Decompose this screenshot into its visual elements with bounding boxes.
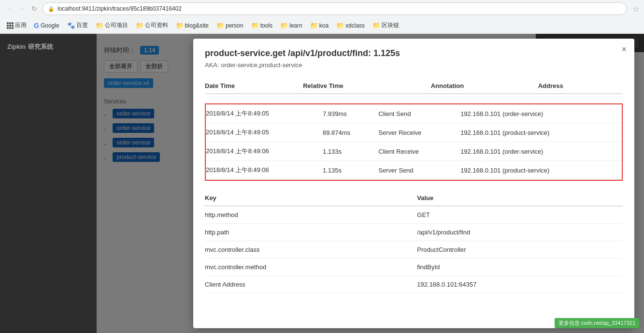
google-label: Google: [41, 22, 59, 29]
logo-text: Zipkin: [7, 43, 26, 50]
annotation-type: Client Receive: [378, 142, 460, 161]
annotation-datetime: 2018/8/14 上午8:49:06: [206, 161, 323, 180]
highlighted-annotation-section: 2018/8/14 上午8:49:05 7.939ms Client Send …: [205, 103, 623, 181]
bookmark-learn[interactable]: 📁 learn: [278, 21, 305, 30]
back-button[interactable]: ←: [5, 4, 14, 13]
annotation-datetime: 2018/8/14 上午8:49:05: [206, 123, 323, 142]
bookmark-koa[interactable]: 📁 koa: [308, 21, 331, 30]
folder-icon: 📁: [136, 22, 143, 29]
bookmark-label: 区块链: [382, 21, 399, 29]
address-bar[interactable]: 🔒 localhost:9411/zipkin/traces/95c189b03…: [43, 2, 627, 15]
annotation-address: 192.168.0.101 (product-service): [460, 161, 622, 180]
tag-row: http.path /api/v1/product/find: [205, 224, 623, 241]
sidebar: Zipkin 研究系统: [0, 34, 97, 333]
annotation-row: 2018/8/14 上午8:49:06 1.135s Server Send 1…: [206, 161, 622, 180]
tag-key: http.method: [205, 206, 417, 224]
tag-row: mvc.controller.method findById: [205, 259, 623, 276]
annotation-relative: 7.939ms: [323, 104, 378, 123]
bookmark-tools[interactable]: 📁 tools: [249, 21, 275, 30]
watermark-url: csdn.net/qq_33417321: [581, 320, 635, 326]
tag-key: Client Address: [205, 276, 417, 293]
tag-key: http.path: [205, 224, 417, 241]
bookmark-label: tools: [260, 22, 272, 29]
refresh-button[interactable]: ↻: [30, 4, 39, 13]
app-logo: Zipkin 研究系统: [7, 41, 89, 51]
tag-row: mvc.controller.class ProductController: [205, 241, 623, 259]
main-content: 持续时间： 1.14 全部展开 全部折 order-service x4 Ser…: [97, 34, 644, 333]
bookmark-blog[interactable]: 📁 blog&site: [173, 21, 211, 30]
folder-icon: 📁: [280, 22, 288, 29]
bookmark-label: koa: [319, 22, 329, 29]
annotation-address: 192.168.0.101 (order-service): [460, 142, 622, 161]
bookmarks-bar: 应用 G Google 🐾 百度 📁 公司项目 📁 公司资料 📁 blog&si…: [0, 17, 644, 34]
annotation-datetime: 2018/8/14 上午8:49:05: [206, 104, 323, 123]
tag-value: GET: [417, 206, 623, 224]
folder-icon: 🐾: [67, 22, 75, 29]
annotation-type: Server Receive: [378, 123, 460, 142]
bookmark-label: 公司资料: [145, 21, 168, 29]
tag-row: http.method GET: [205, 206, 623, 224]
bookmark-star-icon[interactable]: ☆: [632, 4, 639, 14]
col-header-value: Value: [417, 190, 623, 206]
url-text: localhost:9411/zipkin/traces/95c189b0374…: [57, 5, 182, 12]
apps-grid-icon: [7, 22, 14, 29]
baidu-label: 百度: [76, 21, 88, 29]
col-header-relative: Relative Time: [303, 78, 430, 94]
annotation-type: Client Send: [378, 104, 460, 123]
folder-icon: 📁: [176, 22, 184, 29]
annotation-relative: 89.874ms: [323, 123, 378, 142]
annotation-relative: 1.133s: [323, 142, 378, 161]
annotation-row: 2018/8/14 上午8:49:05 89.874ms Server Rece…: [206, 123, 622, 142]
tag-key: mvc.controller.class: [205, 241, 417, 259]
modal-dialog: × product-service.get /api/v1/product/fi…: [193, 39, 634, 328]
bookmark-company-data[interactable]: 📁 公司资料: [133, 20, 171, 30]
folder-icon: 📁: [216, 22, 224, 29]
annotation-address: 192.168.0.101 (product-service): [460, 123, 622, 142]
annotation-address: 192.168.0.101 (order-service): [460, 104, 622, 123]
secure-icon: 🔒: [48, 6, 55, 12]
col-header-annotation: Annotation: [431, 78, 538, 94]
modal-close-button[interactable]: ×: [621, 44, 627, 55]
watermark-text: 更多信息: [558, 320, 580, 326]
modal-title: product-service.get /api/v1/product/find…: [205, 48, 623, 58]
annotation-row: 2018/8/14 上午8:49:05 7.939ms Client Send …: [206, 104, 622, 123]
folder-icon: 📁: [372, 22, 380, 29]
highlighted-annotation-table: 2018/8/14 上午8:49:05 7.939ms Client Send …: [206, 104, 622, 180]
annotation-row: 2018/8/14 上午8:49:06 1.133s Client Receiv…: [206, 142, 622, 161]
bookmark-company-project[interactable]: 📁 公司项目: [93, 20, 130, 30]
col-header-key: Key: [205, 190, 417, 206]
annotation-type: Server Send: [378, 161, 460, 180]
folder-icon: 📁: [336, 22, 344, 29]
forward-button[interactable]: →: [17, 4, 26, 13]
folder-icon: 📁: [251, 22, 259, 29]
annotation-table: Date Time Relative Time Annotation Addre…: [205, 78, 623, 94]
watermark: 更多信息 csdn.net/qq_33417321: [555, 318, 639, 328]
modal-subtitle: AKA: order-service,product-service: [205, 61, 623, 69]
bookmark-label: person: [226, 22, 243, 29]
bookmark-xdclass[interactable]: 📁 xdclass: [334, 21, 367, 30]
tag-key: mvc.controller.method: [205, 259, 417, 276]
tag-value: 192.168.0.101:64357: [417, 276, 623, 293]
annotation-relative: 1.135s: [323, 161, 378, 180]
col-header-address: Address: [538, 78, 623, 94]
modal-overlay[interactable]: × product-service.get /api/v1/product/fi…: [97, 34, 644, 333]
bookmark-blockchain[interactable]: 📁 区块链: [370, 20, 401, 30]
tag-value: findById: [417, 259, 623, 276]
apps-button[interactable]: 应用: [5, 20, 29, 30]
bookmark-label: xdclass: [345, 22, 365, 29]
tag-table: Key Value http.method GET http.path /api…: [205, 190, 623, 293]
folder-icon: 📁: [310, 22, 318, 29]
tag-value: ProductController: [417, 241, 623, 259]
bookmark-person[interactable]: 📁 person: [214, 21, 246, 30]
bookmark-label: blog&site: [185, 22, 209, 29]
annotation-datetime: 2018/8/14 上午8:49:06: [206, 142, 323, 161]
tag-value: /api/v1/product/find: [417, 224, 623, 241]
google-icon: G: [34, 22, 39, 29]
bookmark-google[interactable]: G Google: [31, 21, 62, 30]
folder-icon: 📁: [96, 22, 103, 29]
bookmark-baidu[interactable]: 🐾 百度: [65, 20, 90, 30]
apps-label: 应用: [15, 21, 27, 29]
bookmark-label: learn: [289, 22, 302, 29]
bookmark-label: 公司项目: [105, 21, 128, 29]
col-header-datetime: Date Time: [205, 78, 303, 94]
